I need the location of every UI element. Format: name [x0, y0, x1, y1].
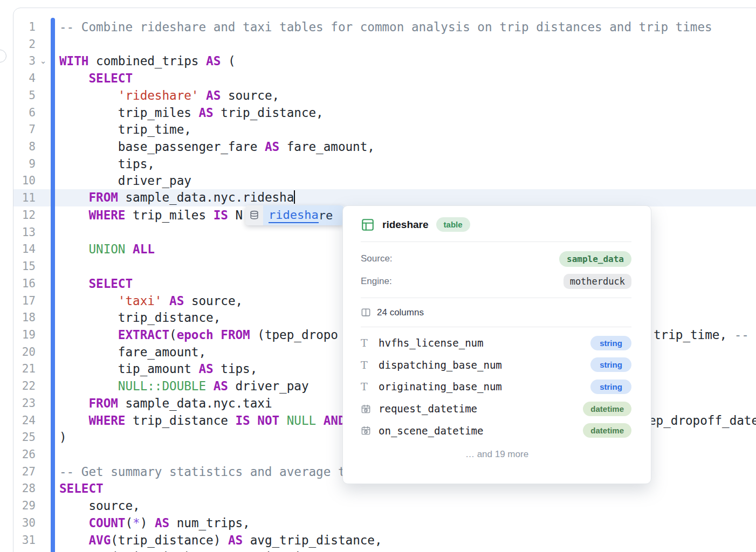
code-line[interactable]: 32 AVG(trip_time) AS avg_trip_time, — [13, 548, 756, 552]
code-text: WITH combined_trips AS ( — [59, 54, 236, 68]
code-text: 'rideshare' AS source, — [59, 88, 279, 102]
columns-summary-row: 24 columns — [343, 298, 651, 327]
code-text: driver_pay — [59, 174, 191, 188]
column-type-badge: datetime — [583, 402, 631, 416]
line-number: 23 — [13, 397, 36, 410]
engine-value-badge: motherduck — [563, 274, 631, 289]
line-number: 28 — [13, 482, 36, 495]
code-line[interactable]: 7 trip_time, — [13, 121, 756, 138]
column-type-badge: string — [590, 336, 631, 350]
line-number: 14 — [13, 243, 36, 256]
column-row: Tdispatching_base_numstring — [361, 354, 631, 376]
line-number: 29 — [13, 499, 36, 512]
line-number: 8 — [13, 140, 36, 153]
line-number: 31 — [13, 534, 36, 547]
autocomplete-completion-rest: re — [319, 209, 333, 222]
line-number: 17 — [13, 294, 36, 307]
line-number: 16 — [13, 277, 36, 290]
code-text: SELECT — [59, 277, 133, 291]
code-text: base_passenger_fare AS fare_amount, — [59, 140, 375, 154]
line-number: 5 — [13, 89, 36, 102]
fold-chevron-icon[interactable]: ⌄ — [36, 58, 51, 64]
column-name: originating_base_num — [379, 381, 502, 392]
column-row: on_scene_datetimedatetime — [361, 419, 631, 441]
code-text: 'taxi' AS source, — [59, 294, 243, 308]
column-name: on_scene_datetime — [379, 425, 483, 437]
line-number: 11 — [13, 191, 36, 204]
code-text: FROM sample_data.nyc.taxi — [59, 396, 272, 410]
text-icon: T — [361, 359, 373, 371]
code-line[interactable]: 6 trip_miles AS trip_distance, — [13, 104, 756, 121]
column-name: request_datetime — [379, 403, 477, 415]
code-line[interactable]: 30 COUNT(*) AS num_trips, — [13, 514, 756, 532]
code-line[interactable]: 3⌄WITH combined_trips AS ( — [13, 53, 756, 70]
autocomplete-item-rideshare[interactable]: rideshare — [263, 205, 344, 225]
code-text: ) — [59, 430, 67, 444]
column-row: Thvfhs_license_numstring — [361, 332, 631, 354]
code-text: AVG(trip_time) AS avg_trip_time, — [59, 550, 324, 552]
code-line[interactable]: 9 tips, — [13, 155, 756, 172]
database-icon — [245, 205, 263, 225]
text-icon: T — [361, 381, 373, 392]
line-number: 9 — [13, 157, 36, 170]
line-number: 4 — [13, 72, 36, 85]
line-number: 27 — [13, 465, 36, 478]
line-number: 10 — [13, 174, 36, 187]
column-row: Toriginating_base_numstring — [361, 376, 631, 398]
line-number: 25 — [13, 431, 36, 444]
code-line[interactable]: 29 source, — [13, 497, 756, 514]
line-number: 21 — [13, 362, 36, 375]
partial-circle-widget[interactable] — [0, 50, 6, 63]
code-text: EXTRACT(epoch FROM (tpep_dropo — [59, 328, 338, 342]
code-text: -- Get summary statistics and average t — [59, 465, 346, 479]
source-value-badge: sample_data — [559, 251, 631, 267]
line-number: 6 — [13, 106, 36, 119]
line-number: 2 — [13, 38, 36, 51]
code-text: trip_miles AS trip_distance, — [59, 106, 324, 120]
object-type-badge: table — [436, 217, 470, 232]
code-line[interactable]: 4 SELECT — [13, 70, 756, 87]
table-name-title: rideshare — [382, 219, 429, 231]
line-number: 7 — [13, 123, 36, 136]
column-type-badge: string — [590, 357, 631, 372]
engine-label: Engine: — [361, 276, 392, 287]
code-text-fragment: ep_dropoff_datetime — [649, 413, 756, 427]
code-text: WHERE trip_miles IS N — [59, 208, 243, 222]
autocomplete-popup[interactable]: rideshare — [245, 205, 344, 225]
code-text: AVG(trip_distance) AS avg_trip_distance, — [59, 533, 382, 547]
code-text: WHERE trip_distance IS NOT NULL AND — [59, 413, 346, 427]
engine-row: Engine: motherduck — [361, 270, 631, 293]
code-text: tips, — [59, 157, 155, 171]
code-line[interactable]: 1-- Combine rideshare and taxi tables fo… — [13, 18, 756, 36]
column-list: Thvfhs_license_numstringTdispatching_bas… — [343, 327, 651, 441]
code-text: COUNT(*) AS num_trips, — [59, 516, 250, 530]
code-line[interactable]: 2 — [13, 36, 756, 53]
more-columns-text: … and 19 more — [343, 441, 651, 460]
sql-editor-screen: 1-- Combine rideshare and taxi tables fo… — [0, 0, 756, 552]
column-name: hvfhs_license_num — [379, 337, 483, 349]
code-line[interactable]: 10 driver_pay — [13, 172, 756, 190]
line-number: 3 — [13, 54, 36, 67]
line-number: 24 — [13, 414, 36, 427]
code-line[interactable]: 8 base_passenger_fare AS fare_amount, — [13, 138, 756, 155]
code-line[interactable]: 5 'rideshare' AS source, — [13, 87, 756, 104]
columns-summary-text: 24 columns — [377, 307, 424, 318]
line-number: 13 — [13, 226, 36, 239]
column-type-badge: string — [590, 380, 631, 394]
source-label: Source: — [361, 253, 393, 264]
code-line[interactable]: 11 FROM sample_data.nyc.ridesha — [13, 189, 756, 206]
line-number: 20 — [13, 346, 36, 358]
calendar-clock-icon — [361, 425, 373, 436]
code-text: trip_time, — [59, 122, 191, 136]
autocomplete-typed-match: ridesha — [269, 208, 319, 223]
code-text: FROM sample_data.nyc.ridesha — [59, 190, 295, 206]
line-number: 18 — [13, 311, 36, 324]
text-icon: T — [361, 337, 373, 349]
line-number: 26 — [13, 448, 36, 461]
calendar-clock-icon — [361, 404, 373, 414]
line-number: 12 — [13, 209, 36, 222]
code-text: SELECT — [59, 481, 104, 495]
table-info-header: rideshare table — [343, 206, 651, 242]
code-line[interactable]: 31 AVG(trip_distance) AS avg_trip_distan… — [13, 532, 756, 549]
column-row: request_datetimedatetime — [361, 398, 631, 420]
